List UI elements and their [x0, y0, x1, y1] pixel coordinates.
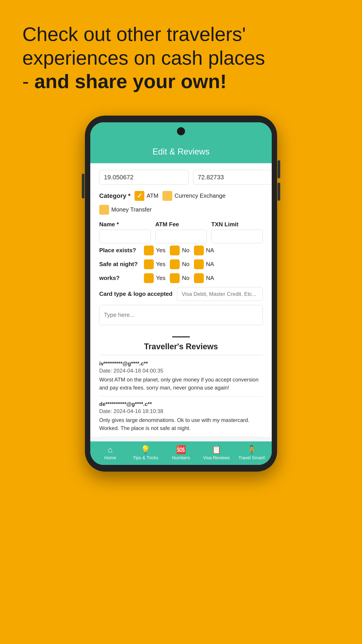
screen-title: Edit & Reviews [90, 142, 272, 163]
category-row: Category * ✓ ATM Currency Exchange Money… [99, 191, 263, 215]
category-currency[interactable]: Currency Exchange [162, 191, 225, 201]
review-item-2: de**********@g****.c** Date: 2024-04-16 … [99, 401, 263, 437]
place-exists-row: Place exists? Yes No NA [99, 246, 263, 255]
review-date-1: Date: 2024-04-18 04:00:35 [99, 368, 263, 374]
place-exists-yes-btn[interactable] [144, 246, 154, 255]
nav-numbers[interactable]: 🆘 Numbers [163, 445, 199, 460]
nav-tips-label: Tips & Tricks [133, 455, 158, 460]
coordinates-row [99, 170, 263, 185]
atm-label: ATM [147, 192, 158, 199]
hero-line2: experiences on cash places [22, 47, 265, 69]
card-type-row: Card type & logo accepted [99, 287, 263, 301]
power-button [82, 174, 84, 198]
money-label: Money Transfer [111, 206, 152, 213]
category-label: Category * [99, 192, 130, 200]
card-type-input[interactable] [177, 287, 263, 301]
safe-night-no-text: No [182, 261, 189, 268]
atm-fee-input[interactable] [155, 230, 207, 243]
safe-night-yes-btn[interactable] [144, 260, 154, 269]
txn-limit-label: TXN Limit [211, 221, 263, 228]
nav-home-label: Home [104, 455, 116, 460]
works-label: works? [99, 274, 139, 282]
place-exists-no[interactable]: No [170, 246, 189, 255]
hero-line3-prefix: - [22, 70, 34, 92]
review-item-1: iv*********@g****.c** Date: 2024-04-18 0… [99, 360, 263, 396]
safe-night-no-btn[interactable] [170, 260, 180, 269]
name-label: Name * [99, 221, 151, 228]
nav-visa[interactable]: 📋 Visa Reviews [199, 445, 234, 460]
review-text-1: Worst ATM on the planet, only give money… [99, 376, 263, 392]
works-na[interactable]: NA [194, 273, 214, 283]
place-exists-yes[interactable]: Yes [144, 246, 165, 255]
visa-icon: 📋 [211, 445, 221, 454]
works-yes[interactable]: Yes [144, 273, 165, 283]
works-no-btn[interactable] [170, 273, 180, 283]
latitude-input[interactable] [99, 170, 189, 185]
tips-icon: 💡 [141, 445, 151, 454]
works-na-btn[interactable] [194, 273, 204, 283]
nav-tips[interactable]: 💡 Tips & Tricks [128, 445, 163, 460]
atm-checkbox[interactable]: ✓ [134, 191, 144, 201]
comment-input[interactable] [99, 305, 263, 325]
review-email-2: de**********@g****.c** [99, 401, 263, 407]
form-area: Category * ✓ ATM Currency Exchange Money… [90, 163, 272, 332]
hero-section: Check out other travelers' experiences o… [0, 0, 362, 107]
nav-travel-label: Travel Smart! [238, 455, 265, 460]
safe-night-no[interactable]: No [170, 260, 189, 269]
txn-limit-input[interactable] [211, 230, 263, 243]
hero-line3-bold: and share your own! [34, 70, 227, 92]
works-yes-btn[interactable] [144, 273, 154, 283]
safe-night-row: Safe at night? Yes No NA [99, 260, 263, 269]
longitude-input[interactable] [193, 170, 272, 185]
divider-line [172, 336, 190, 338]
safe-night-yes-text: Yes [156, 261, 165, 268]
works-no-text: No [182, 274, 189, 282]
place-exists-no-text: No [182, 247, 189, 254]
works-na-text: NA [206, 274, 214, 282]
volume-up-button [278, 160, 280, 178]
travel-icon: 🧍 [247, 445, 257, 454]
works-no[interactable]: No [170, 273, 189, 283]
hero-line1: Check out other travelers' [22, 23, 246, 45]
phone-mockup: Edit & Reviews Category * ✓ ATM [85, 116, 277, 472]
reviews-divider [99, 355, 263, 355]
money-checkbox[interactable] [99, 205, 109, 215]
review-text-2: Only gives large denominations. Ok to us… [99, 416, 263, 432]
place-exists-na-btn[interactable] [194, 246, 204, 255]
nav-numbers-label: Numbers [172, 455, 190, 460]
reviews-section: Traveller's Reviews iv*********@g****.c*… [90, 332, 272, 437]
camera-notch [177, 127, 185, 135]
place-exists-yes-text: Yes [156, 247, 165, 254]
name-input[interactable] [99, 230, 151, 243]
atm-fee-group: ATM Fee [155, 221, 207, 243]
place-exists-na[interactable]: NA [194, 246, 214, 255]
category-atm[interactable]: ✓ ATM [134, 191, 158, 201]
place-exists-no-btn[interactable] [170, 246, 180, 255]
nav-travel[interactable]: 🧍 Travel Smart! [234, 445, 270, 460]
currency-checkbox[interactable] [162, 191, 172, 201]
numbers-icon: 🆘 [176, 445, 186, 454]
safe-night-na-text: NA [206, 261, 214, 268]
safe-night-label: Safe at night? [99, 261, 139, 268]
works-row: works? Yes No NA [99, 273, 263, 283]
safe-night-yes[interactable]: Yes [144, 260, 165, 269]
bottom-nav: ⌂ Home 💡 Tips & Tricks 🆘 Numbers 📋 Visa … [90, 442, 272, 465]
safe-night-na-btn[interactable] [194, 260, 204, 269]
checkmark-icon: ✓ [137, 192, 142, 200]
currency-label: Currency Exchange [175, 192, 225, 199]
review-date-2: Date: 2024-04-16 18:10:38 [99, 408, 263, 414]
category-money[interactable]: Money Transfer [99, 205, 152, 215]
nav-home[interactable]: ⌂ Home [92, 445, 128, 460]
card-type-label: Card type & logo accepted [99, 290, 173, 298]
home-icon: ⌂ [108, 445, 113, 454]
volume-down-button [278, 183, 280, 200]
notch-bar [90, 122, 272, 142]
atm-fee-label: ATM Fee [155, 221, 207, 228]
reviews-title: Traveller's Reviews [99, 342, 263, 351]
nav-visa-label: Visa Reviews [203, 455, 230, 460]
name-group: Name * [99, 221, 151, 243]
place-exists-label: Place exists? [99, 247, 139, 254]
works-yes-text: Yes [156, 274, 165, 282]
safe-night-na[interactable]: NA [194, 260, 214, 269]
name-fee-limit-row: Name * ATM Fee TXN Limit [99, 221, 263, 243]
